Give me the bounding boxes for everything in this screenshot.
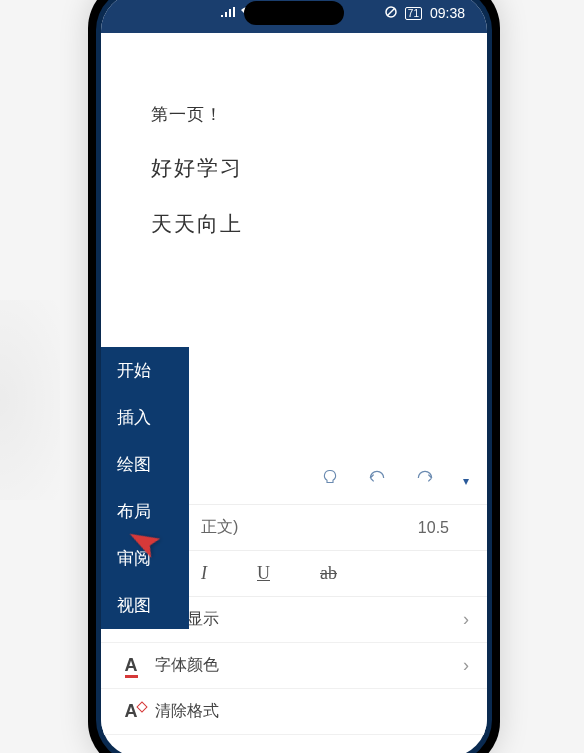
collapse-toolbar-icon[interactable]: ▾ — [463, 474, 469, 488]
phone-notch — [244, 1, 344, 25]
chevron-right-icon: › — [463, 655, 469, 676]
font-color-icon: A — [119, 656, 143, 675]
tab-view[interactable]: 视图 — [101, 582, 189, 629]
clock: 09:38 — [430, 5, 465, 21]
battery-icon: 71 — [405, 7, 422, 20]
font-color-label: 字体颜色 — [155, 655, 451, 676]
doc-line-1[interactable]: 第一页！ — [151, 103, 447, 126]
ribbon-tab-menu[interactable]: 开始 插入 绘图 布局 审阅 视图 — [101, 347, 189, 629]
clear-format-label: 清除格式 — [155, 701, 469, 722]
phone-frame: 58.7 K/s 71 09:38 第一页！ 好好学习 — [88, 0, 500, 753]
font-color-option[interactable]: A 字体颜色 › — [101, 643, 487, 689]
underline-button[interactable]: U — [257, 563, 270, 584]
svg-line-2 — [387, 8, 395, 16]
signal-icon — [221, 7, 235, 19]
tab-home[interactable]: 开始 — [101, 347, 189, 394]
highlight-label: 突出显示 — [155, 609, 451, 630]
tab-insert[interactable]: 插入 — [101, 394, 189, 441]
font-name[interactable]: 正文) — [201, 517, 418, 538]
font-size[interactable]: 10.5 — [418, 519, 449, 537]
doc-line-2[interactable]: 好好学习 — [151, 154, 447, 182]
clear-format-icon: A — [119, 701, 143, 722]
italic-button[interactable]: I — [201, 563, 207, 584]
strikethrough-button[interactable]: ab — [320, 563, 337, 584]
lightbulb-icon[interactable] — [321, 469, 339, 492]
doc-line-3[interactable]: 天天向上 — [151, 210, 447, 238]
redo-icon[interactable] — [415, 470, 435, 491]
dnd-icon — [385, 6, 397, 20]
clear-format-option[interactable]: A 清除格式 — [101, 689, 487, 735]
undo-icon[interactable] — [367, 470, 387, 491]
tab-draw[interactable]: 绘图 — [101, 441, 189, 488]
document-canvas[interactable]: 第一页！ 好好学习 天天向上 — [101, 33, 487, 349]
chevron-right-icon: › — [463, 609, 469, 630]
